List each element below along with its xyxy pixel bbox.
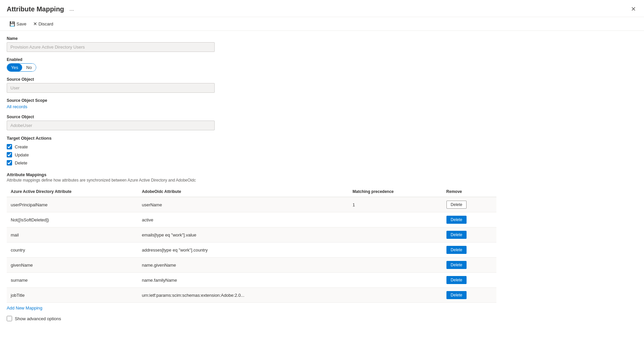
cell-remove: Delete	[442, 243, 496, 258]
cell-adobe: emails[type eq "work"].value	[138, 227, 348, 243]
cell-adobe: userName	[138, 197, 348, 212]
save-icon: 💾	[9, 21, 15, 26]
cell-remove: Delete	[442, 273, 496, 288]
cell-matching	[348, 288, 442, 303]
action-delete: Delete	[7, 160, 496, 165]
table-row: userPrincipalNameuserName1Delete	[7, 197, 496, 212]
target-object-actions-group: Target Object Actions Create Update Dele…	[7, 136, 496, 165]
cell-matching	[348, 227, 442, 243]
enabled-field-group: Enabled Yes No	[7, 57, 496, 72]
target-object-actions-label: Target Object Actions	[7, 136, 496, 141]
source-object-label: Source Object	[7, 77, 496, 82]
toggle-switch[interactable]: Yes No	[7, 63, 36, 72]
advanced-options-checkbox[interactable]	[7, 316, 12, 321]
cell-remove: Delete	[442, 197, 496, 212]
advanced-options-label: Show advanced options	[15, 316, 61, 321]
col-adobe: AdobeOidc Attribute	[138, 187, 348, 197]
advanced-options-row: Show advanced options	[7, 316, 496, 321]
delete-button[interactable]: Delete	[446, 291, 467, 299]
enabled-toggle[interactable]: Yes No	[7, 63, 496, 72]
source-object-input[interactable]	[7, 83, 215, 93]
attribute-mappings-desc: Attribute mappings define how attributes…	[7, 178, 496, 183]
table-row: givenNamename.givenNameDelete	[7, 258, 496, 273]
cell-azure: userPrincipalName	[7, 197, 138, 212]
source-object-scope-group: Source Object Scope All records	[7, 98, 496, 109]
target-object-input[interactable]	[7, 121, 215, 130]
action-delete-checkbox[interactable]	[7, 160, 12, 165]
cell-matching	[348, 258, 442, 273]
cell-azure: country	[7, 243, 138, 258]
table-row: surnamename.familyNameDelete	[7, 273, 496, 288]
action-create-checkbox[interactable]	[7, 144, 12, 149]
attribute-mappings-section: Attribute Mappings Attribute mappings de…	[7, 172, 496, 321]
action-delete-label: Delete	[15, 160, 28, 165]
enabled-label: Enabled	[7, 57, 496, 62]
cell-matching: 1	[348, 197, 442, 212]
delete-button[interactable]: Delete	[446, 216, 467, 224]
cell-matching	[348, 212, 442, 227]
discard-icon: ✕	[33, 21, 37, 26]
cell-adobe: name.givenName	[138, 258, 348, 273]
target-object-label: Source Object	[7, 115, 496, 119]
cell-matching	[348, 243, 442, 258]
target-object-field-group: Source Object	[7, 115, 496, 130]
cell-remove: Delete	[442, 212, 496, 227]
cell-remove: Delete	[442, 227, 496, 243]
col-azure: Azure Active Directory Attribute	[7, 187, 138, 197]
cell-remove: Delete	[442, 288, 496, 303]
table-header: Azure Active Directory Attribute AdobeOi…	[7, 187, 496, 197]
save-label: Save	[16, 21, 26, 26]
cell-azure: jobTitle	[7, 288, 138, 303]
source-object-field-group: Source Object	[7, 77, 496, 93]
main-content: Name Enabled Yes No Source Object Source…	[0, 31, 503, 327]
action-update-label: Update	[15, 152, 29, 157]
col-remove: Remove	[442, 187, 496, 197]
discard-button[interactable]: ✕ Discard	[31, 20, 56, 28]
cell-matching	[348, 273, 442, 288]
delete-button[interactable]: Delete	[446, 261, 467, 269]
delete-button[interactable]: Delete	[446, 246, 467, 254]
source-object-scope-link[interactable]: All records	[7, 104, 27, 109]
toolbar: 💾 Save ✕ Discard	[0, 17, 644, 31]
name-field-group: Name	[7, 36, 496, 52]
cell-adobe: urn:ietf:params:scim:schemas:extension:A…	[138, 288, 348, 303]
page-header: Attribute Mapping ... ✕	[0, 0, 644, 17]
name-label: Name	[7, 36, 496, 41]
cell-azure: givenName	[7, 258, 138, 273]
attribute-mappings-title: Attribute Mappings	[7, 172, 496, 177]
save-button[interactable]: 💾 Save	[7, 20, 29, 28]
cell-adobe: name.familyName	[138, 273, 348, 288]
table-row: Not([IsSoftDeleted])activeDelete	[7, 212, 496, 227]
delete-button[interactable]: Delete	[446, 201, 467, 209]
cell-azure: mail	[7, 227, 138, 243]
table-row: jobTitleurn:ietf:params:scim:schemas:ext…	[7, 288, 496, 303]
discard-label: Discard	[39, 21, 53, 26]
add-new-mapping-link[interactable]: Add New Mapping	[7, 305, 42, 310]
table-row: mailemails[type eq "work"].valueDelete	[7, 227, 496, 243]
page-title: Attribute Mapping	[7, 5, 64, 13]
action-update: Update	[7, 152, 496, 157]
action-create: Create	[7, 144, 496, 149]
col-matching: Matching precedence	[348, 187, 442, 197]
source-object-scope-label: Source Object Scope	[7, 98, 496, 103]
cell-adobe: active	[138, 212, 348, 227]
table-row: countryaddresses[type eq "work"].country…	[7, 243, 496, 258]
attribute-mappings-table: Azure Active Directory Attribute AdobeOi…	[7, 187, 496, 303]
name-input[interactable]	[7, 42, 215, 52]
cell-azure: surname	[7, 273, 138, 288]
header-dots-menu[interactable]: ...	[69, 6, 74, 12]
cell-adobe: addresses[type eq "work"].country	[138, 243, 348, 258]
action-create-label: Create	[15, 144, 28, 149]
cell-azure: Not([IsSoftDeleted])	[7, 212, 138, 227]
delete-button[interactable]: Delete	[446, 231, 467, 239]
delete-button[interactable]: Delete	[446, 276, 467, 284]
action-update-checkbox[interactable]	[7, 152, 12, 157]
close-button[interactable]: ✕	[630, 4, 637, 14]
cell-remove: Delete	[442, 258, 496, 273]
toggle-yes[interactable]: Yes	[7, 64, 22, 71]
table-body: userPrincipalNameuserName1DeleteNot([IsS…	[7, 197, 496, 303]
toggle-no[interactable]: No	[22, 64, 36, 71]
